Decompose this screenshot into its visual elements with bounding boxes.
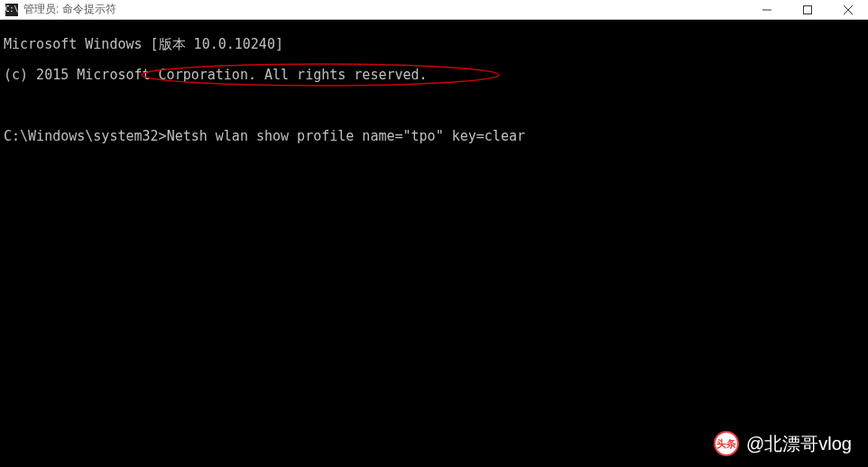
minimize-button[interactable] (746, 0, 787, 19)
minimize-icon (762, 5, 771, 14)
blank-line (4, 98, 864, 114)
prompt-text: C:\Windows\system32> (4, 128, 167, 144)
watermark: 头条 @北漂哥vlog (714, 431, 852, 456)
maximize-icon (803, 5, 812, 14)
prompt-line: C:\Windows\system32>Netsh wlan show prof… (4, 129, 864, 144)
command-text: Netsh wlan show profile name="tpo" key=c… (167, 128, 525, 144)
maximize-button[interactable] (787, 0, 827, 19)
cmd-icon: C:\ (5, 4, 18, 16)
window-title: 管理员: 命令提示符 (23, 2, 116, 17)
version-line: Microsoft Windows [版本 10.0.10240] (4, 37, 864, 52)
close-icon (844, 5, 853, 14)
close-button[interactable] (827, 0, 868, 19)
titlebar-left: C:\ 管理员: 命令提示符 (0, 2, 116, 17)
terminal-output[interactable]: Microsoft Windows [版本 10.0.10240] (c) 20… (0, 20, 868, 161)
window-controls (746, 0, 868, 19)
copyright-line: (c) 2015 Microsoft Corporation. All righ… (4, 68, 864, 83)
watermark-text: @北漂哥vlog (746, 432, 852, 456)
svg-rect-1 (803, 5, 811, 14)
watermark-logo: 头条 (714, 431, 739, 456)
window-titlebar: C:\ 管理员: 命令提示符 (0, 0, 868, 20)
